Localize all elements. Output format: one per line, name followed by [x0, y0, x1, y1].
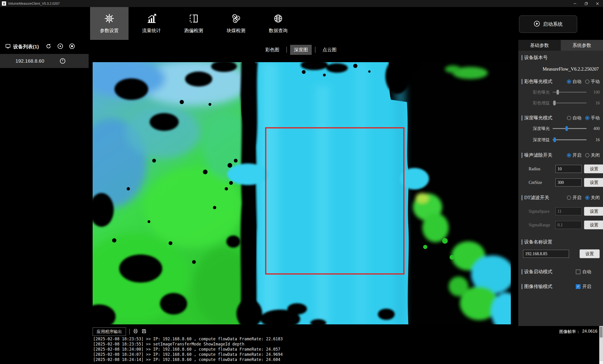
depth-exposure-value: 400: [589, 126, 600, 131]
stop-all-icon[interactable]: [69, 43, 75, 50]
coal-lumps-icon: [231, 13, 241, 25]
clear-output-icon[interactable]: [133, 329, 138, 335]
color-exposure-mode-label: 彩色曝光模式: [524, 78, 552, 85]
toolbar-item-data-query[interactable]: 数据查询: [259, 7, 297, 40]
radio-off[interactable]: 关闭: [585, 195, 600, 201]
radio-on[interactable]: 开启: [567, 195, 581, 201]
refresh-icon[interactable]: [46, 43, 52, 50]
slider-handle[interactable]: [566, 126, 568, 131]
radio-manual[interactable]: 手动: [585, 115, 600, 121]
section-bar: [522, 269, 522, 274]
device-name-label: 设备名称设置: [524, 239, 552, 245]
cntsize-input[interactable]: [555, 178, 582, 187]
color-exposure-value: 100: [589, 90, 600, 95]
radius-input[interactable]: [555, 165, 582, 173]
section-device-version: 设备版本号: [522, 54, 600, 61]
radio-icon: [567, 116, 571, 120]
tab-point-cloud[interactable]: 点云图: [319, 45, 340, 55]
frame-rate-value: 24.0616: [582, 329, 597, 334]
device-name-set-button[interactable]: 设置: [580, 249, 600, 258]
depth-exposure-slider[interactable]: [553, 128, 587, 129]
radius-row: Radius 设置: [522, 164, 600, 173]
color-gain-slider[interactable]: [553, 103, 587, 104]
sigmarange-row: SigmaRange 设置: [522, 221, 600, 229]
radio-auto[interactable]: 自动: [567, 115, 581, 121]
radio-label: 自动: [572, 115, 581, 121]
section-bar: [522, 284, 522, 289]
sigmarange-set-button[interactable]: 设置: [584, 221, 603, 229]
radius-label: Radius: [529, 166, 553, 171]
save-log-icon[interactable]: [141, 329, 147, 335]
depth-exposure-mode-options: 自动 手动: [567, 115, 600, 121]
restore-button[interactable]: [580, 0, 592, 7]
tab-divider: [286, 47, 287, 53]
scrollbar-thumb[interactable]: [600, 327, 603, 338]
transfer-mode-checkbox-group[interactable]: ✓ 开启: [576, 283, 591, 290]
play-all-icon[interactable]: [57, 43, 63, 50]
sigmarange-input[interactable]: [555, 221, 582, 229]
checkbox-icon[interactable]: [576, 270, 580, 274]
section-bar: [522, 153, 522, 158]
close-button[interactable]: [592, 0, 603, 7]
section-noise-filter: 噪声滤除开关 开启 关闭: [522, 152, 600, 158]
gear-icon: [104, 13, 115, 25]
section-bar: [522, 79, 522, 84]
device-version-label: 设备版本号: [524, 54, 548, 61]
slider-handle[interactable]: [553, 101, 556, 105]
log-scrollbar[interactable]: [599, 326, 603, 364]
scrollbar-down-button[interactable]: [599, 361, 603, 364]
depth-image-canvas[interactable]: [93, 62, 511, 324]
device-list-title: 设备列表(1): [13, 43, 39, 50]
checkbox-label: 自动: [582, 269, 591, 275]
cntsize-row: CntSize 设置: [522, 178, 600, 187]
start-system-label: 启动系统: [543, 21, 563, 27]
minimize-button[interactable]: [569, 0, 580, 7]
radio-label: 手动: [591, 115, 600, 121]
color-exposure-slider[interactable]: [553, 92, 587, 93]
tab-basic-params[interactable]: 基础参数: [518, 40, 561, 51]
device-list-item[interactable]: 192.168.8.60: [0, 54, 89, 68]
toolbar-items: 参数设置 流量统计: [90, 7, 297, 40]
cntsize-set-button[interactable]: 设置: [584, 178, 603, 187]
tab-system-params[interactable]: 系统参数: [561, 40, 603, 51]
power-icon[interactable]: [59, 58, 66, 64]
radio-label: 开启: [572, 152, 581, 158]
sigmaspace-input[interactable]: [555, 207, 582, 215]
slider-handle[interactable]: [554, 137, 556, 142]
toolbar-item-param-settings[interactable]: 参数设置: [90, 7, 128, 40]
sigmarange-label: SigmaRange: [529, 223, 553, 227]
depth-gain-value: 16: [589, 137, 600, 142]
toolbar-item-label: 块煤检测: [227, 27, 245, 34]
radio-manual[interactable]: 手动: [585, 79, 600, 85]
depth-gain-row: 深度增益 16: [522, 137, 600, 143]
start-system-button[interactable]: 启动系统: [519, 15, 577, 33]
tab-depth-image[interactable]: 深度图: [290, 45, 312, 55]
toolbar-item-deviation-detect[interactable]: 跑偏检测: [174, 7, 213, 40]
depth-gain-label: 深度增益: [528, 137, 550, 143]
app-output-tab[interactable]: 应用程序输出: [93, 328, 126, 336]
log-line: [2025-02-08 18:24:14] >> IP: 192.168.8.6…: [93, 357, 594, 362]
sigmaspace-row: SigmaSpace 设置: [522, 207, 600, 216]
slider-handle[interactable]: [557, 90, 559, 94]
toolbar-item-flow-statistics[interactable]: 流量统计: [132, 7, 171, 40]
tab-color-image[interactable]: 彩色图: [262, 45, 283, 55]
titlebar[interactable]: V VolumeMeasureClient_V5.3.2.0207: [0, 0, 603, 7]
toolbar-item-label: 跑偏检测: [184, 27, 203, 34]
radio-on[interactable]: 开启: [567, 152, 581, 158]
radio-label: 自动: [572, 79, 581, 85]
radio-off[interactable]: 关闭: [585, 152, 600, 158]
frame-rate: 图像帧率： 24.0616: [559, 329, 597, 334]
section-startup-mode: 设备启动模式 自动: [522, 269, 600, 275]
toolbar-item-coal-detect[interactable]: 块煤检测: [217, 7, 255, 40]
sigmaspace-set-button[interactable]: 设置: [584, 207, 603, 216]
parameter-body: 设备版本号 MeasureFlow_V6.2.2.250207 彩色曝光模式 自…: [518, 54, 603, 290]
depth-gain-slider[interactable]: [553, 139, 587, 140]
startup-mode-checkbox-group[interactable]: 自动: [576, 269, 591, 275]
radio-auto[interactable]: 自动: [567, 79, 581, 85]
depth-exposure-label: 深度曝光: [528, 126, 550, 131]
radio-icon: [585, 153, 589, 157]
device-list-actions: [46, 43, 75, 50]
checkbox-icon[interactable]: ✓: [576, 284, 580, 289]
device-name-input[interactable]: [523, 250, 569, 258]
radius-set-button[interactable]: 设置: [584, 164, 603, 173]
